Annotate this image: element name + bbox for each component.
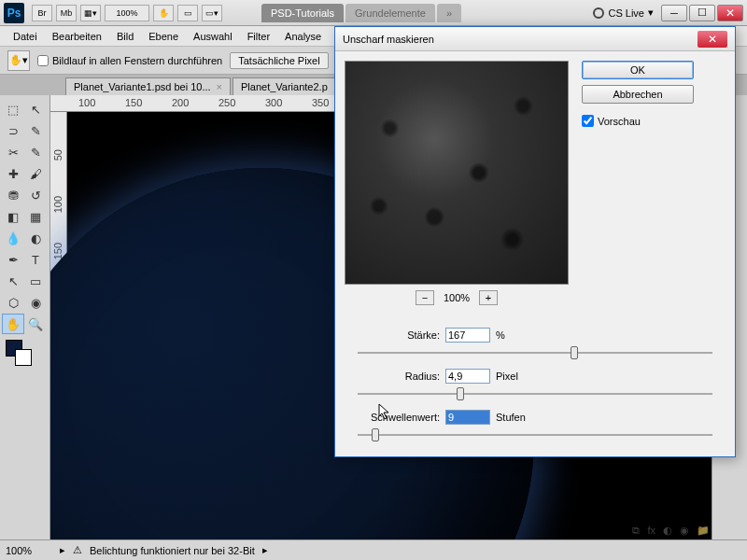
status-hint: Belichtung funktioniert nur bei 32-Bit [90, 545, 255, 556]
type-tool[interactable]: T [24, 249, 47, 270]
status-bar: 100% ▸ ⚠ Belichtung funktioniert nur bei… [0, 539, 747, 560]
minimize-button[interactable]: ─ [661, 5, 687, 21]
amount-input[interactable] [445, 328, 490, 343]
workspace-overflow[interactable]: » [437, 4, 461, 22]
menu-bild[interactable]: Bild [109, 31, 141, 42]
zoom-in-button[interactable]: + [479, 290, 498, 305]
3d-tool[interactable]: ⬡ [2, 292, 24, 313]
amount-unit: % [496, 329, 505, 341]
close-icon[interactable]: × [217, 81, 222, 92]
tools-panel: ⬚↖ ⊃✎ ✂✎ ✚🖌 ⛃↺ ◧▦ 💧◐ ✒T ↖▭ ⬡◉ ✋🔍 [0, 95, 50, 539]
document-tab-1[interactable]: Planet_Variante1.psd bei 10... × [65, 77, 231, 95]
threshold-label: Schwellenwert: [350, 412, 440, 423]
amount-slider[interactable] [358, 344, 712, 361]
amount-label: Stärke: [350, 329, 440, 341]
threshold-input[interactable] [445, 410, 490, 425]
scroll-all-label: Bildlauf in allen Fenstern durchführen [52, 55, 222, 66]
cancel-button[interactable]: Abbrechen [582, 85, 694, 104]
preview-checkbox-input[interactable] [582, 115, 594, 127]
close-button[interactable]: ✕ [717, 5, 743, 21]
menu-ebene[interactable]: Ebene [141, 31, 186, 42]
dodge-tool[interactable]: ◐ [24, 228, 47, 248]
move-arrow-tool[interactable]: ↖ [24, 99, 47, 119]
adjust-icon[interactable]: ◉ [680, 525, 689, 537]
lasso-tool[interactable]: ⊃ [2, 120, 24, 141]
eraser-tool[interactable]: ◧ [2, 206, 24, 227]
status-zoom[interactable]: 100% [6, 545, 52, 556]
preview-checkbox-label: Vorschau [598, 116, 641, 127]
cs-live-label: CS Live [608, 7, 644, 19]
eyedropper-tool[interactable]: ✎ [24, 142, 47, 162]
zoom-tool[interactable]: 🔍 [24, 314, 47, 334]
screen-mode-button[interactable]: ▭▾ [202, 5, 222, 21]
arrange-button[interactable]: ▭ [177, 5, 198, 21]
document-tab-2[interactable]: Planet_Variante2.p [233, 77, 336, 95]
link-icon[interactable]: ⧉ [632, 525, 640, 537]
dialog-titlebar[interactable]: Unscharf maskieren ✕ [335, 27, 735, 51]
mask-icon[interactable]: ◐ [663, 525, 672, 537]
chevron-icon[interactable]: ▸ [262, 544, 268, 556]
maximize-button[interactable]: ☐ [689, 5, 715, 21]
preview-zoom: 100% [444, 292, 470, 303]
actual-pixels-button[interactable]: Tatsächliche Pixel [230, 52, 328, 69]
radius-label: Radius: [350, 371, 440, 382]
dialog-close-button[interactable]: ✕ [698, 31, 727, 48]
crop-tool[interactable]: ✂ [2, 142, 24, 162]
view-mode-button[interactable]: ▦▾ [80, 5, 101, 21]
healing-tool[interactable]: ✚ [2, 163, 24, 184]
history-brush-tool[interactable]: ↺ [24, 185, 47, 205]
gradient-tool[interactable]: ▦ [24, 206, 47, 227]
workspace-tab-grundelemente[interactable]: Grundelemente [345, 4, 435, 22]
scroll-all-checkbox[interactable]: Bildlauf in allen Fenstern durchführen [37, 55, 222, 66]
blur-tool[interactable]: 💧 [2, 228, 24, 248]
chevron-icon[interactable]: ▸ [60, 544, 65, 556]
filter-preview[interactable] [345, 61, 569, 285]
document-tab-2-label: Planet_Variante2.p [241, 81, 328, 92]
radius-input[interactable] [445, 369, 490, 384]
photoshop-icon: Ps [4, 3, 24, 23]
unsharp-mask-dialog: Unscharf maskieren ✕ − 100% + OK Abbrech… [334, 26, 736, 457]
document-tab-1-label: Planet_Variante1.psd bei 10... [74, 81, 211, 92]
warning-icon: ⚠ [73, 544, 82, 556]
menu-filter[interactable]: Filter [240, 31, 277, 42]
ok-button[interactable]: OK [582, 61, 694, 79]
pen-tool[interactable]: ✒ [2, 249, 24, 270]
shape-tool[interactable]: ▭ [24, 271, 47, 291]
minibridge-button[interactable]: Mb [56, 5, 77, 21]
hand-tool[interactable]: ✋ [2, 314, 24, 334]
chevron-down-icon: ▾ [648, 7, 654, 19]
menu-auswahl[interactable]: Auswahl [186, 31, 240, 42]
zoom-level[interactable]: 100% [105, 5, 149, 21]
menu-analyse[interactable]: Analyse [277, 31, 329, 42]
folder-icon[interactable]: 📁 [697, 525, 710, 537]
layer-panel-footer: ⧉ fx ◐ ◉ 📁 [632, 521, 710, 539]
color-swatches[interactable] [2, 340, 48, 371]
brush-tool[interactable]: 🖌 [24, 163, 47, 184]
stamp-tool[interactable]: ⛃ [2, 185, 24, 205]
radius-unit: Pixel [496, 371, 518, 382]
hand-tool-shortcut[interactable]: ✋ [153, 5, 174, 21]
zoom-out-button[interactable]: − [416, 290, 434, 305]
quick-select-tool[interactable]: ✎ [24, 120, 47, 141]
workspace-tab-psd-tutorials[interactable]: PSD-Tutorials [261, 4, 344, 22]
dialog-title: Unscharf maskieren [343, 34, 434, 45]
preview-checkbox[interactable]: Vorschau [582, 115, 694, 127]
3d-camera-tool[interactable]: ◉ [24, 292, 47, 313]
current-tool-icon[interactable]: ✋▾ [7, 50, 30, 71]
menu-bearbeiten[interactable]: Bearbeiten [45, 31, 109, 42]
fx-icon[interactable]: fx [647, 525, 655, 536]
menu-datei[interactable]: Datei [6, 31, 45, 42]
threshold-slider[interactable] [358, 427, 712, 443]
bridge-button[interactable]: Br [32, 5, 52, 21]
threshold-unit: Stufen [496, 412, 526, 423]
radius-slider[interactable] [358, 385, 712, 402]
cs-live[interactable]: CS Live ▾ [593, 7, 654, 19]
cs-live-icon [593, 7, 604, 19]
titlebar: Ps Br Mb ▦▾ 100% ✋ ▭ ▭▾ PSD-Tutorials Gr… [0, 0, 747, 26]
move-tool[interactable]: ⬚ [2, 99, 24, 119]
path-select-tool[interactable]: ↖ [2, 271, 24, 291]
background-color[interactable] [15, 349, 32, 366]
scroll-all-input[interactable] [37, 55, 49, 66]
